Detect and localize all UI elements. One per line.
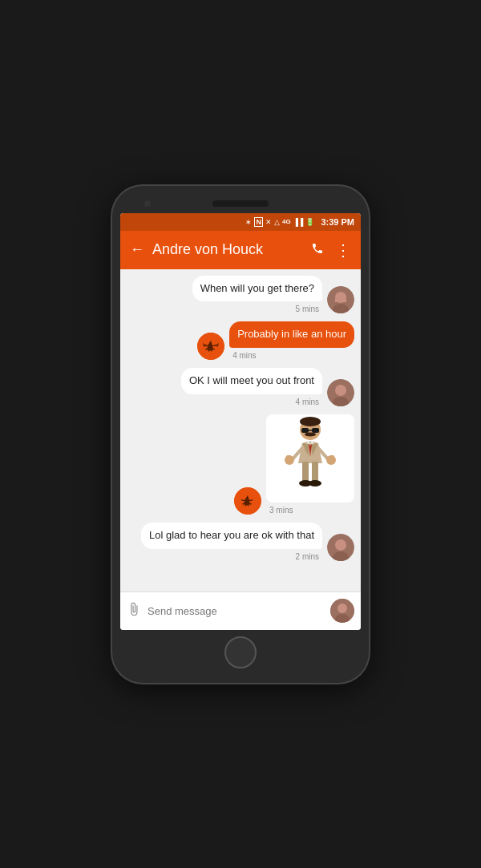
avatar bbox=[327, 534, 354, 561]
message-row: 3 mins bbox=[127, 414, 354, 515]
app-bar-actions: ⋮ bbox=[311, 242, 351, 258]
svg-point-6 bbox=[335, 385, 346, 396]
signal-icon: ▐▐ bbox=[293, 218, 304, 226]
phone-top bbox=[120, 200, 361, 207]
phone-bottom bbox=[120, 636, 361, 668]
message-row: Lol glad to hear you are ok with that 2 … bbox=[127, 523, 354, 561]
sticker-bubble bbox=[266, 414, 354, 503]
svg-point-27 bbox=[338, 604, 347, 613]
location-icon: △ bbox=[274, 218, 280, 226]
lte-icon: 4G bbox=[282, 218, 291, 225]
message-row: Probably in like an hour 4 mins bbox=[127, 321, 354, 360]
message-text: When will you get there? bbox=[200, 282, 314, 294]
svg-rect-19 bbox=[312, 462, 318, 482]
more-options-button[interactable]: ⋮ bbox=[335, 242, 351, 258]
screen: ∗ N ✕ △ 4G ▐▐ 🔋 3:39 PM ← Andre von Houc… bbox=[120, 213, 361, 630]
svg-point-9 bbox=[300, 417, 321, 426]
svg-rect-3 bbox=[335, 299, 346, 302]
status-icons: ∗ N ✕ △ 4G ▐▐ 🔋 bbox=[245, 217, 314, 227]
svg-point-21 bbox=[309, 480, 321, 486]
message-bubble: When will you get there? bbox=[192, 276, 322, 302]
message-bubble: Lol glad to hear you are ok with that bbox=[141, 523, 322, 549]
message-row: OK I will meet you out front 4 mins bbox=[127, 368, 354, 406]
message-input[interactable] bbox=[148, 605, 324, 617]
message-time: 5 mins bbox=[293, 305, 322, 313]
message-text: OK I will meet you out front bbox=[189, 374, 314, 386]
message-row: When will you get there? 5 mins bbox=[127, 276, 354, 314]
app-bar: ← Andre von Houck ⋮ bbox=[120, 231, 361, 269]
status-bar: ∗ N ✕ △ 4G ▐▐ 🔋 3:39 PM bbox=[120, 213, 361, 231]
message-time: 2 mins bbox=[293, 552, 322, 561]
attach-button[interactable] bbox=[127, 602, 141, 620]
phone-shell: ∗ N ✕ △ 4G ▐▐ 🔋 3:39 PM ← Andre von Houc… bbox=[112, 186, 369, 683]
avatar bbox=[327, 379, 354, 406]
message-time: 4 mins bbox=[229, 351, 259, 360]
camera bbox=[144, 200, 151, 207]
svg-rect-12 bbox=[312, 428, 319, 433]
message-time: 3 mins bbox=[266, 506, 296, 515]
nfc-icon: N bbox=[254, 217, 263, 227]
message-bubble: OK I will meet you out front bbox=[181, 368, 322, 394]
bluetooth-icon: ∗ bbox=[245, 218, 252, 226]
contact-name: Andre von Houck bbox=[152, 241, 303, 258]
message-bubble: Probably in like an hour bbox=[229, 321, 354, 348]
avatar bbox=[327, 286, 354, 313]
call-button[interactable] bbox=[311, 242, 324, 258]
message-text: Probably in like an hour bbox=[237, 328, 346, 340]
svg-point-10 bbox=[305, 433, 316, 437]
battery-icon: 🔋 bbox=[305, 218, 314, 226]
status-time: 3:39 PM bbox=[321, 217, 354, 227]
svg-rect-17 bbox=[330, 455, 334, 462]
home-button[interactable] bbox=[224, 636, 257, 668]
message-text: Lol glad to hear you are ok with that bbox=[149, 529, 314, 541]
sender-avatar bbox=[197, 333, 224, 360]
mute-icon: ✕ bbox=[265, 218, 272, 226]
svg-rect-11 bbox=[301, 428, 309, 433]
svg-rect-15 bbox=[286, 455, 290, 462]
back-button[interactable]: ← bbox=[130, 241, 144, 258]
svg-point-24 bbox=[335, 539, 346, 551]
compose-avatar bbox=[330, 599, 354, 623]
svg-rect-18 bbox=[302, 462, 309, 482]
compose-bar bbox=[120, 591, 361, 630]
message-time: 4 mins bbox=[293, 398, 322, 406]
messages-area: When will you get there? 5 mins bbox=[120, 269, 361, 591]
sender-avatar bbox=[234, 487, 261, 515]
speaker bbox=[212, 200, 269, 207]
